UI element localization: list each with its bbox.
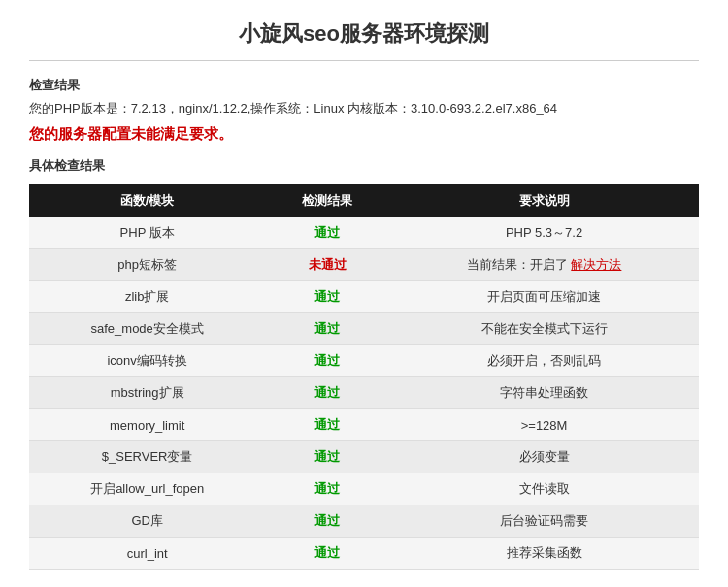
table-row: zlib扩展通过开启页面可压缩加速 bbox=[29, 281, 699, 313]
cell-function-name: curl_int bbox=[29, 538, 265, 570]
table-row: iconv编码转换通过必须开启，否则乱码 bbox=[29, 345, 699, 377]
solution-link[interactable]: 解决方法 bbox=[571, 257, 621, 272]
table-row: mbstring扩展通过字符串处理函数 bbox=[29, 377, 699, 409]
page-title: 小旋风seo服务器环境探测 bbox=[29, 19, 699, 61]
cell-result: 通过 bbox=[265, 313, 389, 345]
cell-result: 通过 bbox=[265, 505, 389, 538]
cell-function-name: memory_limit bbox=[29, 409, 265, 441]
col-header-function: 函数/模块 bbox=[29, 184, 265, 217]
cell-desc: 必须开启，否则乱码 bbox=[389, 345, 699, 377]
cell-result: 通过 bbox=[265, 345, 389, 377]
cell-result: 通过 bbox=[265, 538, 389, 570]
check-label: 检查结果 bbox=[29, 77, 699, 94]
cell-result: 未通过 bbox=[265, 249, 389, 281]
cell-result: 通过 bbox=[265, 473, 389, 505]
cell-result: 通过 bbox=[265, 409, 389, 441]
table-row: GD库通过后台验证码需要 bbox=[29, 505, 699, 538]
check-table: 函数/模块 检测结果 要求说明 PHP 版本通过PHP 5.3～7.2php短标… bbox=[29, 184, 699, 570]
cell-function-name: php短标签 bbox=[29, 249, 265, 281]
cell-function-name: PHP 版本 bbox=[29, 217, 265, 249]
cell-desc: 当前结果：开启了 解决方法 bbox=[389, 249, 699, 281]
cell-desc: 开启页面可压缩加速 bbox=[389, 281, 699, 313]
table-row: PHP 版本通过PHP 5.3～7.2 bbox=[29, 217, 699, 249]
table-row: php短标签未通过当前结果：开启了 解决方法 bbox=[29, 249, 699, 281]
table-header-row: 函数/模块 检测结果 要求说明 bbox=[29, 184, 699, 217]
cell-function-name: GD库 bbox=[29, 505, 265, 538]
info-line: 您的PHP版本是：7.2.13，nginx/1.12.2,操作系统：Linux … bbox=[29, 100, 699, 117]
cell-result: 通过 bbox=[265, 281, 389, 313]
cell-function-name: $_SERVER变量 bbox=[29, 441, 265, 473]
cell-desc: 文件读取 bbox=[389, 473, 699, 505]
cell-function-name: zlib扩展 bbox=[29, 281, 265, 313]
cell-result: 通过 bbox=[265, 377, 389, 409]
cell-desc: 后台验证码需要 bbox=[389, 505, 699, 538]
cell-desc: 必须变量 bbox=[389, 441, 699, 473]
cell-function-name: 开启allow_url_fopen bbox=[29, 473, 265, 505]
table-row: 开启allow_url_fopen通过文件读取 bbox=[29, 473, 699, 505]
cell-function-name: iconv编码转换 bbox=[29, 345, 265, 377]
cell-desc: 推荐采集函数 bbox=[389, 538, 699, 570]
cell-result: 通过 bbox=[265, 217, 389, 249]
cell-desc: 字符串处理函数 bbox=[389, 377, 699, 409]
table-row: curl_int通过推荐采集函数 bbox=[29, 538, 699, 570]
cell-result: 通过 bbox=[265, 441, 389, 473]
cell-function-name: mbstring扩展 bbox=[29, 377, 265, 409]
cell-desc: PHP 5.3～7.2 bbox=[389, 217, 699, 249]
table-row: memory_limit通过>=128M bbox=[29, 409, 699, 441]
cell-desc: >=128M bbox=[389, 409, 699, 441]
col-header-desc: 要求说明 bbox=[389, 184, 699, 217]
table-row: $_SERVER变量通过必须变量 bbox=[29, 441, 699, 473]
warning-line: 您的服务器配置未能满足要求。 bbox=[29, 125, 699, 144]
table-row: safe_mode安全模式通过不能在安全模式下运行 bbox=[29, 313, 699, 345]
cell-function-name: safe_mode安全模式 bbox=[29, 313, 265, 345]
cell-desc: 不能在安全模式下运行 bbox=[389, 313, 699, 345]
col-header-result: 检测结果 bbox=[265, 184, 389, 217]
detail-label: 具体检查结果 bbox=[29, 157, 699, 175]
